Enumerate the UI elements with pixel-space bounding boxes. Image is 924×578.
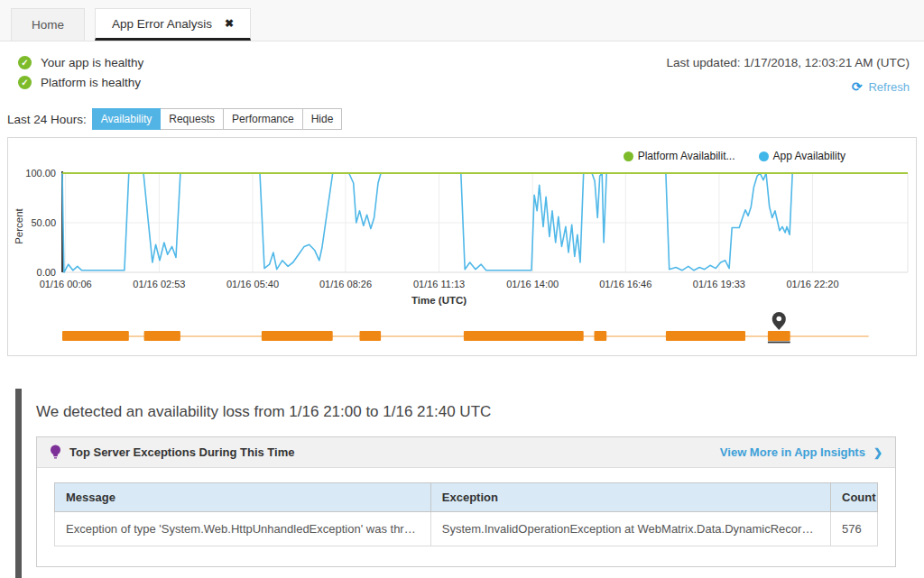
filter-button-group: AvailabilityRequestsPerformanceHide [93,108,343,130]
legend-item-app-availability: App Availability [759,150,846,162]
tab-label: Home [32,18,64,32]
x-tick-label: 01/16 00:06 [40,279,92,289]
status-bar: ✓Your app is healthy✓Platform is healthy… [0,41,924,96]
x-tick-label: 01/16 02:53 [133,279,185,289]
x-axis-title: Time (UTC) [411,295,467,306]
filter-button-requests[interactable]: Requests [160,108,224,130]
legend-label: Platform Availabilit... [638,150,735,162]
x-tick-label: 01/16 08:26 [319,279,372,289]
x-tick-label: 01/16 05:40 [226,279,279,289]
downtime-timeline [8,310,916,353]
legend-dot-icon [624,151,633,161]
downtime-segment[interactable] [768,331,790,341]
pin-hole [776,317,781,322]
refresh-icon: ⟳ [852,79,863,94]
legend-label: App Availability [773,150,846,162]
x-tick-label: 01/16 16:46 [599,279,651,289]
filter-row: Last 24 Hours: AvailabilityRequestsPerfo… [0,96,924,130]
y-axis-title: Percent [14,207,24,243]
health-item: ✓Your app is healthy [18,56,143,69]
availability-loss-heading: We detected an availability loss from 1/… [36,403,924,421]
table-cell: Exception of type 'System.Web.HttpUnhand… [55,512,431,546]
health-item-label: Platform is healthy [41,76,141,89]
tab-label: App Error Analysis [112,17,212,31]
filter-button-performance[interactable]: Performance [223,108,303,130]
y-tick-label: 50.00 [31,217,56,228]
insight-section: We detected an availability loss from 1/… [15,389,924,578]
downtime-segment[interactable] [666,331,745,341]
view-more-link[interactable]: View More in App Insights ❯ [720,445,882,459]
tab-strip: HomeApp Error Analysis✖ [0,0,924,41]
lightbulb-icon [50,445,61,460]
x-tick-label: 01/16 22:20 [786,279,838,289]
y-tick-label: 100.00 [25,168,56,179]
downtime-segment[interactable] [595,331,607,341]
downtime-segment[interactable] [62,331,129,341]
chevron-right-icon: ❯ [873,446,882,459]
x-tick-label: 01/16 14:00 [506,279,559,289]
filter-label: Last 24 Hours: [7,113,87,126]
tab-app-error-analysis[interactable]: App Error Analysis✖ [95,8,251,41]
availability-chart-card: Platform Availabilit...App Availability … [7,137,917,356]
downtime-segment[interactable] [464,331,584,341]
close-icon[interactable]: ✖ [225,17,234,30]
filter-button-availability[interactable]: Availability [92,108,161,130]
refresh-label: Refresh [868,80,910,94]
column-header-exception: Exception [430,483,830,512]
exceptions-table: MessageExceptionCount Exception of type … [54,482,878,546]
health-item-label: Your app is healthy [41,56,143,69]
legend-item-platform-availabilit: Platform Availabilit... [624,150,735,162]
tab-home[interactable]: Home [11,8,85,41]
y-tick-label: 0.00 [37,267,56,278]
downtime-segment[interactable] [360,331,382,341]
healthy-check-icon: ✓ [18,76,32,89]
top-exceptions-panel: Top Server Exceptions During This Time V… [36,436,896,567]
health-item: ✓Platform is healthy [18,76,143,89]
table-row: Exception of type 'System.Web.HttpUnhand… [55,512,878,546]
view-more-label: View More in App Insights [720,445,865,459]
availability-chart: 100.0050.000.00Percent01/16 00:0601/16 0… [8,162,916,310]
healthy-check-icon: ✓ [18,56,32,69]
legend-dot-icon [759,151,769,161]
x-tick-label: 01/16 11:13 [413,279,465,289]
table-cell: System.InvalidOperationException at WebM… [430,512,830,546]
downtime-segment[interactable] [144,331,180,341]
table-cell: 576 [831,512,878,546]
health-status-list: ✓Your app is healthy✓Platform is healthy [18,56,143,96]
panel-header: Top Server Exceptions During This Time V… [37,437,895,468]
panel-title: Top Server Exceptions During This Time [69,445,294,459]
refresh-button[interactable]: ⟳ Refresh [667,79,910,94]
downtime-segment[interactable] [262,331,333,341]
x-tick-label: 01/16 19:33 [693,279,745,289]
last-updated-text: Last updated: 1/17/2018, 12:03:21 AM (UT… [667,56,910,69]
filter-button-hide[interactable]: Hide [302,108,343,130]
column-header-count: Count [831,483,878,512]
column-header-message: Message [55,483,431,512]
chart-legend: Platform Availabilit...App Availability [8,138,916,162]
selected-segment-underline [768,342,790,344]
